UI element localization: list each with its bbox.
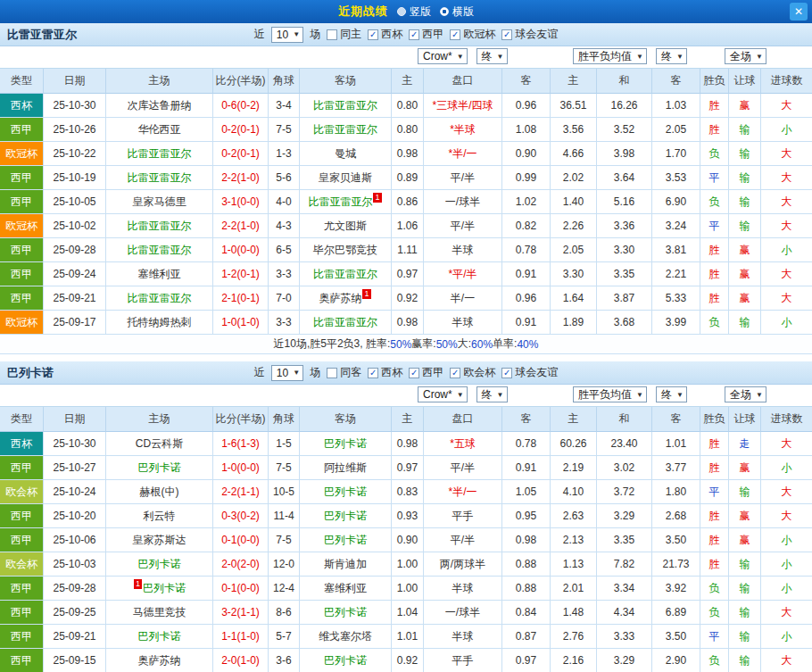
layout-radio-vertical[interactable]: 竖版	[397, 4, 431, 20]
match-score[interactable]: 2-2(1-1)	[213, 480, 269, 504]
match-count-select[interactable]: 10 ▼	[271, 365, 303, 381]
asian-final-select[interactable]: 终 ▼	[476, 48, 508, 64]
close-button[interactable]: ✕	[790, 3, 808, 21]
away-team[interactable]: 曼城	[300, 142, 392, 166]
home-team[interactable]: 塞维利亚	[106, 262, 213, 286]
home-team[interactable]: 比雷亚雷亚尔	[106, 166, 213, 190]
asian-final-select[interactable]: 终 ▼	[476, 386, 508, 402]
home-team[interactable]: 比雷亚雷亚尔	[106, 238, 213, 262]
home-team[interactable]: 比雷亚雷亚尔	[106, 286, 213, 311]
asian-handicap: *三球半/四球	[424, 94, 502, 118]
home-team[interactable]: 皇家苏斯达	[106, 528, 213, 552]
chevron-down-icon: ▼	[756, 53, 763, 61]
euro-final-select[interactable]: 终 ▼	[656, 386, 687, 402]
euro-draw-odds: 3.35	[597, 528, 652, 552]
home-team[interactable]: 次库达鲁册纳	[106, 94, 213, 118]
asian-handicap: 平手	[424, 504, 502, 528]
match-score[interactable]: 0-1(0-0)	[213, 577, 269, 601]
odds-company-select[interactable]: Crow* ▼	[418, 48, 468, 64]
league-checkbox-copa[interactable]: 西杯	[368, 365, 402, 380]
checkbox-checked-icon	[450, 29, 460, 40]
match-score[interactable]: 0-2(0-1)	[213, 118, 269, 142]
match-score[interactable]: 2-0(1-0)	[213, 649, 269, 672]
asian-away-odds: 0.82	[502, 214, 551, 238]
match-score[interactable]: 1-0(0-0)	[213, 456, 269, 480]
home-team[interactable]: 华伦西亚	[106, 118, 213, 142]
home-team[interactable]: 比雷亚雷亚尔	[106, 142, 213, 166]
match-score[interactable]: 0-2(0-1)	[213, 142, 269, 166]
league-checkbox-ucl[interactable]: 欧冠杯	[450, 27, 495, 42]
away-team[interactable]: 奥萨苏纳1	[300, 286, 392, 311]
away-team[interactable]: 塞维利亚	[300, 577, 392, 601]
home-team[interactable]: 托特纳姆热刺	[106, 311, 213, 335]
asian-handicap: 一/球半	[424, 601, 502, 625]
match-score[interactable]: 3-1(0-0)	[213, 190, 269, 214]
asian-away-odds: 0.99	[502, 166, 551, 190]
home-team[interactable]: 利云特	[106, 504, 213, 528]
home-team[interactable]: 奥萨苏纳	[106, 649, 213, 672]
euro-away-odds: 3.81	[652, 238, 700, 262]
away-team[interactable]: 皇家贝迪斯	[300, 166, 392, 190]
match-score[interactable]: 2-2(1-0)	[213, 214, 269, 238]
odds-company-select[interactable]: Crow* ▼	[418, 386, 468, 402]
away-team[interactable]: 比雷亚雷亚尔1	[300, 190, 392, 214]
away-team[interactable]: 比雷亚雷亚尔	[300, 94, 392, 118]
away-team[interactable]: 比雷亚雷亚尔	[300, 311, 392, 335]
away-team[interactable]: 比雷亚雷亚尔	[300, 118, 392, 142]
league-checkbox-uecl[interactable]: 欧会杯	[450, 365, 495, 380]
over-under-result: 大	[761, 94, 812, 118]
league-checkbox-friendly[interactable]: 球会友谊	[501, 365, 558, 380]
away-team[interactable]: 巴列卡诺	[300, 649, 392, 672]
match-date: 25-10-06	[44, 528, 106, 552]
match-date: 25-09-28	[44, 577, 106, 601]
match-score[interactable]: 0-3(0-2)	[213, 504, 269, 528]
match-score[interactable]: 1-1(1-0)	[213, 625, 269, 649]
scope-select[interactable]: 全场 ▼	[725, 386, 766, 402]
away-team[interactable]: 巴列卡诺	[300, 480, 392, 504]
section-header: 巴列卡诺 近 10 ▼ 场 同客 西杯 西甲 欧会杯	[0, 361, 812, 385]
league-checkbox-copa[interactable]: 西杯	[368, 27, 402, 42]
away-team[interactable]: 阿拉维斯	[300, 456, 392, 480]
avg-odds-select[interactable]: 胜平负均值 ▼	[573, 386, 647, 402]
match-score[interactable]: 1-2(0-1)	[213, 262, 269, 286]
home-team[interactable]: 赫根(中)	[106, 480, 213, 504]
league-checkbox-laliga[interactable]: 西甲	[409, 27, 443, 42]
away-team[interactable]: 毕尔巴鄂竞技	[300, 238, 392, 262]
handicap-result: 输	[729, 577, 761, 601]
match-score[interactable]: 2-2(1-0)	[213, 166, 269, 190]
home-team[interactable]: 巴列卡诺	[106, 456, 213, 480]
avg-odds-select[interactable]: 胜平负均值 ▼	[573, 48, 647, 64]
away-team[interactable]: 比雷亚雷亚尔	[300, 262, 392, 286]
match-score[interactable]: 0-1(0-0)	[213, 528, 269, 552]
same-venue-checkbox[interactable]: 同主	[327, 27, 361, 42]
match-score[interactable]: 2-0(2-0)	[213, 552, 269, 577]
match-count-select[interactable]: 10 ▼	[271, 27, 303, 43]
home-team[interactable]: 皇家马德里	[106, 190, 213, 214]
league-checkbox-friendly[interactable]: 球会友谊	[501, 27, 558, 42]
away-team[interactable]: 斯肯迪加	[300, 552, 392, 577]
home-team[interactable]: 巴列卡诺	[106, 625, 213, 649]
home-team[interactable]: 马德里竞技	[106, 601, 213, 625]
home-team[interactable]: 比雷亚雷亚尔	[106, 214, 213, 238]
euro-final-select[interactable]: 终 ▼	[656, 48, 687, 64]
away-team[interactable]: 尤文图斯	[300, 214, 392, 238]
away-team[interactable]: 巴列卡诺	[300, 528, 392, 552]
win-draw-lose-result: 胜	[700, 94, 729, 118]
match-score[interactable]: 1-6(1-3)	[213, 432, 269, 456]
home-team[interactable]: 1巴列卡诺	[106, 577, 213, 601]
home-team[interactable]: 巴列卡诺	[106, 552, 213, 577]
match-score[interactable]: 2-1(0-1)	[213, 286, 269, 311]
home-team[interactable]: CD云科斯	[106, 432, 213, 456]
away-team[interactable]: 巴列卡诺	[300, 432, 392, 456]
layout-radio-horizontal[interactable]: 横版	[440, 4, 474, 20]
scope-select[interactable]: 全场 ▼	[725, 48, 766, 64]
match-score[interactable]: 1-0(1-0)	[213, 311, 269, 335]
away-team[interactable]: 巴列卡诺	[300, 504, 392, 528]
same-venue-checkbox[interactable]: 同客	[327, 365, 361, 380]
match-score[interactable]: 3-2(1-1)	[213, 601, 269, 625]
match-score[interactable]: 0-6(0-2)	[213, 94, 269, 118]
away-team[interactable]: 巴列卡诺	[300, 601, 392, 625]
league-checkbox-laliga[interactable]: 西甲	[409, 365, 443, 380]
away-team[interactable]: 维戈塞尔塔	[300, 625, 392, 649]
match-score[interactable]: 1-0(0-0)	[213, 238, 269, 262]
